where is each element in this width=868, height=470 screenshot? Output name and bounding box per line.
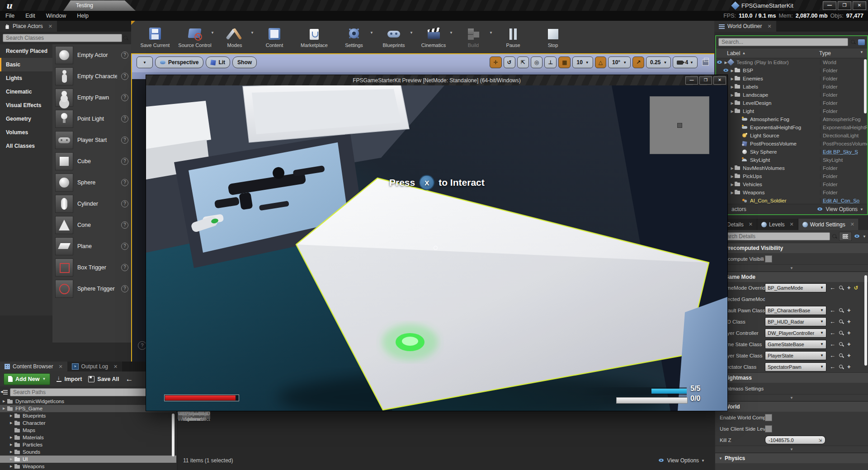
section-expand-divider[interactable]: ▼	[715, 264, 868, 272]
grid-snap-button[interactable]: ▦	[558, 56, 571, 68]
chevron-down-icon[interactable]: ▼	[211, 31, 214, 35]
browse-icon[interactable]	[839, 364, 844, 370]
actor-type[interactable]: Folder	[820, 182, 867, 187]
preview-minimize-button[interactable]: —	[685, 76, 698, 85]
actor-type[interactable]: Folder	[820, 165, 867, 171]
help-icon[interactable]: ?	[121, 94, 128, 101]
expander-icon[interactable]: ▶	[10, 414, 14, 418]
actor-type[interactable]: Edit AI_Con_So	[820, 198, 867, 203]
outliner-scrollbar[interactable]	[864, 59, 867, 113]
category-item[interactable]: Recently Placed	[0, 44, 52, 58]
outliner-row[interactable]: ▶ ExponentialHeightFog ExponentialHeight…	[716, 123, 867, 132]
toolbar-button[interactable]: Settings ▼	[335, 21, 373, 53]
folder-tree-row[interactable]: ▶ UI	[0, 456, 176, 463]
menu-item[interactable]: Edit	[20, 13, 41, 19]
help-icon[interactable]: ?	[121, 285, 128, 292]
toolbar-button[interactable]: Save Current ▼	[136, 21, 175, 53]
rotation-snap-button[interactable]: △	[595, 56, 606, 68]
expander-icon[interactable]: ▶	[730, 85, 735, 89]
use-selected-icon[interactable]: ←	[830, 330, 835, 336]
outliner-row[interactable]: ▶ AI_Con_Soldier Edit AI_Con_So	[716, 197, 867, 204]
help-icon[interactable]: ?	[121, 136, 128, 144]
use-selected-icon[interactable]: ←	[830, 285, 835, 291]
add-new-icon[interactable]: +	[847, 341, 851, 347]
outliner-row[interactable]: ▶ LevelDesign Folder	[716, 99, 867, 107]
close-tab-icon[interactable]: ✕	[767, 24, 771, 29]
property-dropdown[interactable]: GameStateBase ▼	[765, 340, 826, 349]
section-lightmass[interactable]: ▼Lightmass	[715, 372, 868, 383]
placeable-actor-item[interactable]: Point Light ?	[52, 108, 131, 129]
chevron-down-icon[interactable]: ▼	[449, 31, 453, 35]
placeable-actor-item[interactable]: Empty Actor ?	[52, 44, 131, 66]
output-log-tab[interactable]: > Output Log ✕	[67, 362, 123, 371]
outliner-row[interactable]: ▶ Labels Folder	[716, 83, 867, 91]
expander-icon[interactable]: ▶	[730, 93, 735, 97]
lit-mode-button[interactable]: Lit	[206, 56, 230, 68]
close-tab-icon[interactable]: ✕	[58, 364, 62, 370]
outliner-row[interactable]: ▶ Atmospheric Fog AtmosphericFog	[716, 115, 867, 123]
expander-icon[interactable]: ▶	[730, 183, 735, 187]
category-item[interactable]: Visual Effects	[0, 99, 52, 112]
toolbar-button[interactable]: Source Control ▼	[175, 21, 214, 53]
outliner-view-options[interactable]: View Options ▼	[816, 206, 863, 212]
folder-tree-row[interactable]: ▶ Particles	[0, 441, 176, 448]
type-column-header[interactable]: Type	[819, 50, 831, 56]
placeable-actor-item[interactable]: Cube ?	[52, 150, 131, 172]
actor-type[interactable]: Folder	[820, 190, 867, 195]
close-tab-icon[interactable]: ✕	[113, 364, 118, 370]
actor-type[interactable]: Folder	[820, 76, 867, 81]
chevron-down-icon[interactable]: ▼	[250, 31, 254, 35]
actor-type[interactable]: ExponentialHeightFog	[820, 125, 867, 130]
help-icon[interactable]: ?	[121, 221, 128, 229]
content-view-options[interactable]: View Options ▼	[658, 457, 705, 464]
save-all-button[interactable]: Save All	[88, 376, 119, 382]
grid-snap-value[interactable]: 10▼	[572, 56, 593, 68]
toolbar-button[interactable]: Marketplace ▼	[295, 21, 334, 53]
use-client-side-checkbox[interactable]	[765, 425, 772, 432]
add-new-icon[interactable]: +	[847, 307, 851, 313]
close-button[interactable]: ✕	[853, 1, 866, 10]
expander-icon[interactable]: ▶	[10, 421, 14, 425]
menu-item[interactable]: Help	[71, 13, 94, 19]
use-selected-icon[interactable]: ←	[830, 364, 835, 370]
close-tab-icon[interactable]: ✕	[850, 221, 854, 227]
back-navigation-icon[interactable]: ←	[125, 375, 133, 384]
placeable-actor-item[interactable]: Plane ?	[52, 235, 131, 257]
outliner-row[interactable]: ▶ NavMeshVolumes Folder	[716, 164, 867, 172]
kill-z-input[interactable]: -1048575.0 ⇲	[765, 436, 826, 444]
expander-icon[interactable]: ▶	[730, 191, 735, 195]
add-new-icon[interactable]: +	[847, 285, 851, 291]
preview-restore-button[interactable]: ❐	[699, 76, 712, 85]
outliner-search-input[interactable]	[718, 38, 848, 46]
rotate-tool-button[interactable]: ↺	[504, 56, 515, 68]
outliner-row[interactable]: ▶ Light Folder	[716, 107, 867, 115]
menu-item[interactable]: File	[0, 13, 20, 19]
help-icon[interactable]: ?	[121, 264, 128, 271]
level-tab-testing[interactable]: Testing	[63, 0, 136, 11]
sources-toggle-icon[interactable]	[2, 390, 8, 395]
expander-icon[interactable]: ▶	[10, 443, 14, 446]
expander-icon[interactable]: ▶	[10, 436, 14, 439]
property-dropdown[interactable]: PlayerState ▼	[765, 351, 826, 360]
help-icon[interactable]: ?	[121, 200, 128, 207]
property-dropdown[interactable]: BP_GameMode ▼	[765, 283, 826, 292]
actor-type[interactable]: World	[820, 60, 867, 65]
details-scrollbar[interactable]	[864, 275, 867, 366]
menu-item[interactable]: Window	[41, 13, 71, 19]
actor-type[interactable]: PostProcessVolume	[820, 141, 867, 146]
preview-titlebar[interactable]: FPSGameStarterKit Preview [NetMode: Stan…	[146, 75, 727, 85]
toolbar-button[interactable]: Content ▼	[255, 21, 294, 53]
chevron-down-icon[interactable]: ▼	[410, 31, 413, 35]
close-tab-icon[interactable]: ✕	[790, 221, 794, 227]
section-expand-divider[interactable]: ▼	[715, 394, 868, 401]
outliner-row[interactable]: ▶ SkyLight SkyLight	[716, 156, 867, 164]
minimize-button[interactable]: —	[823, 1, 836, 10]
toolbar-button[interactable]: Cinematics ▼	[414, 21, 453, 53]
expander-icon[interactable]: ▶	[10, 457, 14, 461]
toolbar-button[interactable]: Stop ▼	[533, 21, 572, 53]
outliner-row[interactable]: ▶ BSP Folder	[716, 66, 867, 75]
category-item[interactable]: Lights	[0, 71, 52, 85]
surface-snap-button[interactable]: ⊥	[544, 56, 557, 68]
folder-tree-row[interactable]: ▶ Maps	[0, 427, 176, 434]
close-tab-icon[interactable]: ✕	[48, 24, 52, 29]
